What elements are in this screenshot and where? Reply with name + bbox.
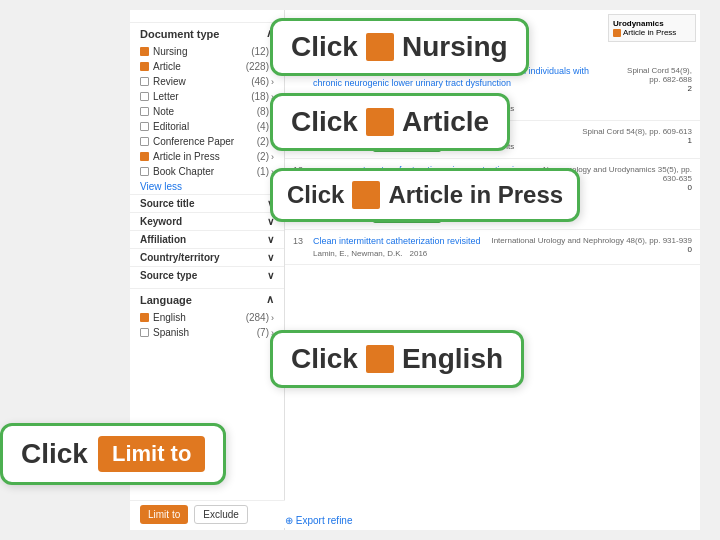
english-square-icon: [366, 345, 394, 373]
callout-article: Click Article: [270, 93, 510, 151]
english-callout-text: English: [402, 343, 503, 375]
review-chevron: ›: [271, 77, 274, 87]
limit-to-button[interactable]: Limit to: [140, 505, 188, 524]
note-count: (8): [257, 106, 269, 117]
source-type-chevron: ∨: [267, 270, 274, 281]
article-square-icon: [366, 108, 394, 136]
doc-type-label: Document type: [140, 28, 219, 40]
book-chapter-item[interactable]: Book Chapter (1) ›: [130, 164, 284, 179]
article-checkbox[interactable]: [140, 62, 149, 71]
journal-13: International Urology and Nephrology 48(…: [491, 236, 692, 245]
english-count: (284): [246, 312, 269, 323]
nursing-label: Nursing: [153, 46, 187, 57]
conference-checkbox[interactable]: [140, 137, 149, 146]
book-chapter-checkbox[interactable]: [140, 167, 149, 176]
article-label: Article: [153, 61, 181, 72]
limit-exclude-bar: Limit to Exclude: [130, 500, 285, 528]
editorial-item[interactable]: Editorial (4) ›: [130, 119, 284, 134]
english-chevron: ›: [271, 313, 274, 323]
results-list: 10 Risk factors for symptomatic urinary …: [285, 60, 700, 265]
affiliation-header[interactable]: Affiliation ∨: [130, 230, 284, 248]
editorial-checkbox[interactable]: [140, 122, 149, 131]
english-item[interactable]: English (284) ›: [130, 310, 284, 325]
main-results: Urodynamics Article in Press 10 Risk fac…: [285, 10, 700, 530]
urodynamics-title: Urodynamics: [613, 19, 691, 28]
article-press-label: Article in Press: [153, 151, 220, 162]
language-chevron: ∧: [266, 293, 274, 306]
limit-to-callout-button[interactable]: Limit to: [98, 436, 205, 472]
spanish-label: Spanish: [153, 327, 189, 338]
keyword-label: Keyword: [140, 216, 182, 227]
source-title-header[interactable]: Source title ∨: [130, 194, 284, 212]
callout-article-in-press: Click Article in Press: [270, 168, 580, 222]
article-press-chevron: ›: [271, 152, 274, 162]
article-press-square-icon: [352, 181, 380, 209]
language-header[interactable]: Language ∧: [130, 288, 284, 310]
country-header[interactable]: Country/territory ∨: [130, 248, 284, 266]
view-less-link[interactable]: View less: [130, 179, 284, 194]
letter-item[interactable]: Letter (18) ›: [130, 89, 284, 104]
spanish-count: (7): [257, 327, 269, 338]
conference-count: (2): [257, 136, 269, 147]
nursing-item[interactable]: Nursing (12) ›: [130, 44, 284, 59]
article-callout-text: Article: [402, 106, 489, 138]
article-press-checkbox[interactable]: [140, 152, 149, 161]
nursing-count: (12): [251, 46, 269, 57]
affiliation-chevron: ∨: [267, 234, 274, 245]
book-chapter-label: Book Chapter: [153, 166, 214, 177]
note-checkbox[interactable]: [140, 107, 149, 116]
english-checkbox[interactable]: [140, 313, 149, 322]
article-count: (228): [246, 61, 269, 72]
source-type-label: Source type: [140, 270, 197, 281]
english-label: English: [153, 312, 186, 323]
callout-limit-to: Click Limit to: [0, 423, 226, 485]
result-meta-13: Lamin, E., Newman, D.K. 2016: [313, 249, 481, 258]
nursing-square-icon: [366, 33, 394, 61]
review-count: (46): [251, 76, 269, 87]
article-press-item[interactable]: Article in Press (2) ›: [130, 149, 284, 164]
article-press-count: (2): [257, 151, 269, 162]
keyword-header[interactable]: Keyword ∨: [130, 212, 284, 230]
nursing-checkbox[interactable]: [140, 47, 149, 56]
review-checkbox[interactable]: [140, 77, 149, 86]
click-label-article: Click: [291, 106, 358, 138]
spanish-item[interactable]: Spanish (7) ›: [130, 325, 284, 340]
urodynamics-line2: Article in Press: [623, 28, 676, 37]
editorial-count: (4): [257, 121, 269, 132]
language-label: Language: [140, 294, 192, 306]
cited-11: 1: [582, 136, 692, 145]
conference-label: Conference Paper: [153, 136, 234, 147]
result-title-13[interactable]: Clean intermittent catheterization revis…: [313, 236, 481, 248]
letter-count: (18): [251, 91, 269, 102]
letter-checkbox[interactable]: [140, 92, 149, 101]
source-type-header[interactable]: Source type ∨: [130, 266, 284, 284]
urodynamics-article-badge: Article in Press: [613, 28, 691, 37]
article-item[interactable]: Article (228) ›: [130, 59, 284, 74]
row-num-13: 13: [293, 236, 309, 246]
cited-10: 2: [622, 84, 692, 93]
affiliation-label: Affiliation: [140, 234, 186, 245]
doc-type-header[interactable]: Document type ∧: [130, 22, 284, 44]
note-label: Note: [153, 106, 174, 117]
journal-10: Spinal Cord 54(9), pp. 682-688: [622, 66, 692, 84]
callout-nursing: Click Nursing: [270, 18, 529, 76]
source-title-label: Source title: [140, 198, 194, 209]
conference-item[interactable]: Conference Paper (2) ›: [130, 134, 284, 149]
country-label: Country/territory: [140, 252, 219, 263]
spanish-checkbox[interactable]: [140, 328, 149, 337]
callout-english: Click English: [270, 330, 524, 388]
result-row-13: 13 Clean intermittent catheterization re…: [285, 230, 700, 266]
nursing-callout-text: Nursing: [402, 31, 508, 63]
urodynamics-panel: Urodynamics Article in Press: [608, 14, 696, 42]
exclude-button[interactable]: Exclude: [194, 505, 248, 524]
editorial-label: Editorial: [153, 121, 189, 132]
click-label-english: Click: [291, 343, 358, 375]
review-item[interactable]: Review (46) ›: [130, 74, 284, 89]
click-label-limit: Click: [21, 438, 88, 470]
article-press-callout-text: Article in Press: [388, 181, 563, 209]
cited-13: 0: [491, 245, 692, 254]
book-chapter-count: (1): [257, 166, 269, 177]
click-label-nursing: Click: [291, 31, 358, 63]
note-item[interactable]: Note (8) ›: [130, 104, 284, 119]
export-refine-link[interactable]: ⊕ Export refine: [285, 515, 352, 526]
